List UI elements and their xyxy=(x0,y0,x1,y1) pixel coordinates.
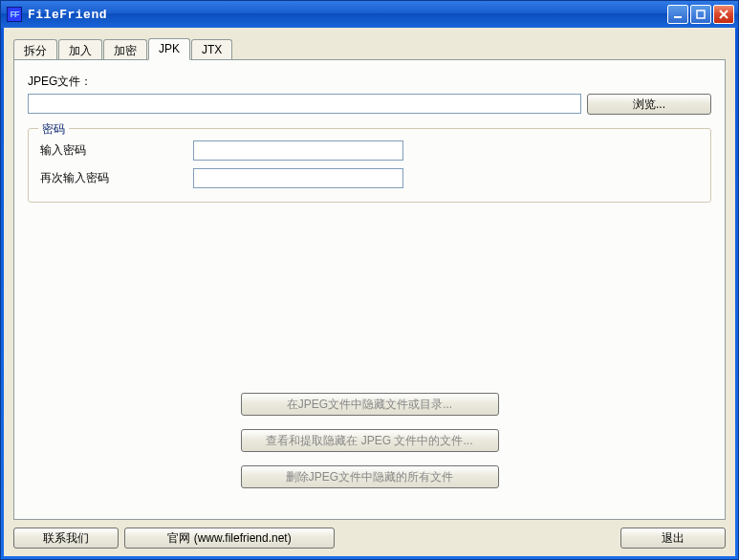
app-window: FF FileFriend 拆分 加入 加密 JPK JTX JPEG文件： 浏… xyxy=(0,0,739,560)
window-title: FileFriend xyxy=(28,8,107,22)
password-row-2: 再次输入密码 xyxy=(40,168,699,188)
maximize-button[interactable] xyxy=(690,5,711,24)
svg-rect-0 xyxy=(674,16,682,18)
tab-split[interactable]: 拆分 xyxy=(13,39,57,59)
exit-button[interactable]: 退出 xyxy=(620,528,726,549)
jpeg-file-label: JPEG文件： xyxy=(28,74,711,90)
svg-rect-1 xyxy=(697,11,705,18)
password-label-2: 再次输入密码 xyxy=(40,170,193,186)
title-bar: FF FileFriend xyxy=(1,1,738,28)
jpeg-file-input[interactable] xyxy=(28,94,581,114)
bottom-bar: 联系我们 官网 (www.filefriend.net) 退出 xyxy=(13,520,726,549)
password-input-1[interactable] xyxy=(193,140,403,161)
password-label-1: 输入密码 xyxy=(40,142,193,159)
tab-encrypt[interactable]: 加密 xyxy=(103,39,147,59)
browse-button[interactable]: 浏览... xyxy=(587,94,711,115)
tab-jtx[interactable]: JTX xyxy=(191,39,232,59)
close-icon xyxy=(719,10,728,19)
app-icon: FF xyxy=(7,7,22,22)
maximize-icon xyxy=(696,10,706,19)
tab-pane-jpk: JPEG文件： 浏览... 密码 输入密码 再次输入密码 在JPEG文件中隐藏文… xyxy=(13,59,726,520)
contact-button[interactable]: 联系我们 xyxy=(13,528,119,549)
client-area: 拆分 加入 加密 JPK JTX JPEG文件： 浏览... 密码 输入密码 再… xyxy=(4,28,735,556)
minimize-button[interactable] xyxy=(667,5,688,24)
hide-in-jpeg-button[interactable]: 在JPEG文件中隐藏文件或目录... xyxy=(241,393,499,416)
password-row-1: 输入密码 xyxy=(40,140,699,161)
tab-strip: 拆分 加入 加密 JPK JTX xyxy=(13,37,726,59)
close-button[interactable] xyxy=(713,5,734,24)
minimize-icon xyxy=(673,10,683,19)
delete-hidden-button[interactable]: 删除JPEG文件中隐藏的所有文件 xyxy=(241,465,499,488)
password-group: 密码 输入密码 再次输入密码 xyxy=(28,128,711,203)
file-row: 浏览... xyxy=(28,94,711,115)
password-group-legend: 密码 xyxy=(38,121,69,138)
website-button[interactable]: 官网 (www.filefriend.net) xyxy=(124,528,335,549)
tab-join[interactable]: 加入 xyxy=(58,39,102,59)
password-input-2[interactable] xyxy=(193,168,403,188)
extract-from-jpeg-button[interactable]: 查看和提取隐藏在 JPEG 文件中的文件... xyxy=(241,429,499,452)
tab-jpk[interactable]: JPK xyxy=(148,38,190,60)
actions-area: 在JPEG文件中隐藏文件或目录... 查看和提取隐藏在 JPEG 文件中的文件.… xyxy=(28,210,711,507)
